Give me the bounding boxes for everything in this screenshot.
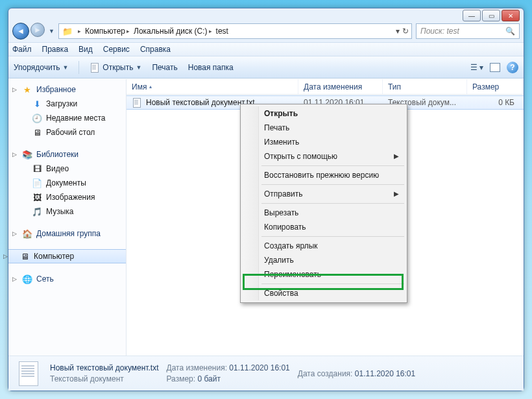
sidebar-libraries[interactable]: ▷Библиотеки	[8, 148, 126, 161]
sidebar-documents[interactable]: Документы	[8, 176, 126, 189]
breadcrumb[interactable]: ▸ Компьютер▸ Локальный диск (C:)▸ test ▾…	[58, 23, 412, 39]
print-button[interactable]: Печать	[152, 63, 177, 72]
crumb-test[interactable]: test	[216, 27, 228, 36]
ctx-copy[interactable]: Копировать	[242, 220, 405, 234]
details-size: 0 байт	[197, 374, 220, 383]
refresh-icon[interactable]: ↻	[402, 27, 409, 36]
history-dropdown-icon[interactable]: ▼	[49, 28, 54, 34]
download-icon	[32, 99, 42, 109]
ctx-properties[interactable]: Свойства	[242, 286, 405, 300]
network-icon	[22, 274, 32, 284]
address-bar: ◄ ► ▼ ▸ Компьютер▸ Локальный диск (C:)▸ …	[8, 20, 524, 42]
sidebar-homegroup[interactable]: ▷Домашняя группа	[8, 227, 126, 240]
column-name[interactable]: Имя▴	[127, 79, 298, 94]
open-button[interactable]: Открыть ▼	[90, 62, 141, 73]
ctx-send-to[interactable]: Отправить▶	[242, 187, 405, 201]
sidebar-recent[interactable]: Недавние места	[8, 112, 126, 125]
sidebar-downloads[interactable]: Загрузки	[8, 97, 126, 110]
star-icon	[22, 84, 32, 95]
back-button[interactable]: ◄	[12, 23, 29, 40]
file-thumbnail	[15, 360, 42, 387]
toolbar: Упорядочить ▼ Открыть ▼ Печать Новая пап…	[8, 56, 524, 79]
column-type[interactable]: Тип	[383, 79, 467, 94]
menu-tools[interactable]: Сервис	[103, 45, 130, 54]
text-file-icon	[132, 97, 142, 108]
details-date-modified: 01.11.2020 16:01	[229, 363, 289, 372]
image-icon	[32, 192, 42, 202]
menubar: Файл Правка Вид Сервис Справка	[8, 42, 524, 56]
sidebar-computer[interactable]: ▷Компьютер	[8, 249, 126, 263]
ctx-print[interactable]: Печать	[242, 121, 405, 135]
search-placeholder: Поиск: test	[420, 27, 459, 36]
computer-icon	[19, 251, 30, 261]
menu-help[interactable]: Справка	[140, 45, 171, 54]
details-file-name: Новый текстовый документ.txt	[50, 363, 159, 372]
navigation-pane: ▷Избранное Загрузки Недавние места Рабоч…	[8, 79, 127, 356]
column-size[interactable]: Размер	[467, 79, 524, 94]
ctx-rename[interactable]: Переименовать	[242, 267, 405, 282]
column-headers: Имя▴ Дата изменения Тип Размер	[127, 79, 524, 95]
file-size: 0 КБ	[467, 98, 524, 107]
submenu-arrow-icon: ▶	[394, 190, 399, 197]
ctx-restore-version[interactable]: Восстановить прежнюю версию	[242, 168, 405, 182]
sidebar-favorites[interactable]: ▷Избранное	[8, 83, 126, 96]
recent-icon	[32, 113, 42, 123]
help-button[interactable]: ?	[507, 62, 518, 73]
column-date[interactable]: Дата изменения	[298, 79, 383, 94]
ctx-open-with[interactable]: Открыть с помощью▶	[242, 149, 405, 163]
details-file-type: Текстовый документ	[50, 374, 159, 383]
crumb-drive-c[interactable]: Локальный диск (C:)	[134, 27, 208, 36]
sidebar-pictures[interactable]: Изображения	[8, 191, 126, 204]
file-icon	[90, 62, 100, 73]
sidebar-network[interactable]: ▷Сеть	[8, 272, 126, 285]
sidebar-videos[interactable]: Видео	[8, 162, 126, 175]
path-dropdown-icon[interactable]: ▾	[396, 27, 400, 36]
submenu-arrow-icon: ▶	[394, 152, 399, 160]
menu-view[interactable]: Вид	[79, 45, 93, 54]
folder-icon	[62, 26, 73, 36]
music-icon	[32, 206, 42, 217]
context-menu: Открыть Печать Изменить Открыть с помощь…	[240, 104, 407, 303]
search-icon: 🔍	[505, 27, 515, 36]
titlebar: — ▭ ✕	[8, 8, 524, 20]
desktop-icon	[32, 127, 42, 138]
ctx-delete[interactable]: Удалить	[242, 253, 405, 267]
video-icon	[32, 163, 42, 174]
document-icon	[32, 178, 42, 188]
sort-indicator-icon: ▴	[149, 84, 152, 90]
organize-button[interactable]: Упорядочить ▼	[14, 63, 68, 72]
ctx-create-shortcut[interactable]: Создать ярлык	[242, 239, 405, 253]
preview-pane-button[interactable]	[490, 63, 500, 72]
file-name: Новый текстовый документ.txt	[146, 98, 255, 107]
details-date-created: 01.11.2020 16:01	[355, 369, 415, 378]
crumb-computer[interactable]: Компьютер	[85, 27, 125, 36]
search-input[interactable]: Поиск: test 🔍	[416, 23, 520, 39]
view-options-button[interactable]: ☰ ▾	[470, 63, 483, 72]
ctx-cut[interactable]: Вырезать	[242, 206, 405, 220]
ctx-open[interactable]: Открыть	[242, 106, 405, 121]
new-folder-button[interactable]: Новая папка	[188, 63, 234, 72]
menu-edit[interactable]: Правка	[42, 45, 69, 54]
ctx-edit[interactable]: Изменить	[242, 135, 405, 149]
forward-button[interactable]: ►	[30, 23, 45, 37]
details-pane: Новый текстовый документ.txt Текстовый д…	[8, 356, 524, 391]
library-icon	[22, 149, 32, 160]
homegroup-icon	[22, 228, 32, 239]
sidebar-desktop[interactable]: Рабочий стол	[8, 126, 126, 139]
sidebar-music[interactable]: Музыка	[8, 205, 126, 218]
menu-file[interactable]: Файл	[12, 45, 32, 54]
